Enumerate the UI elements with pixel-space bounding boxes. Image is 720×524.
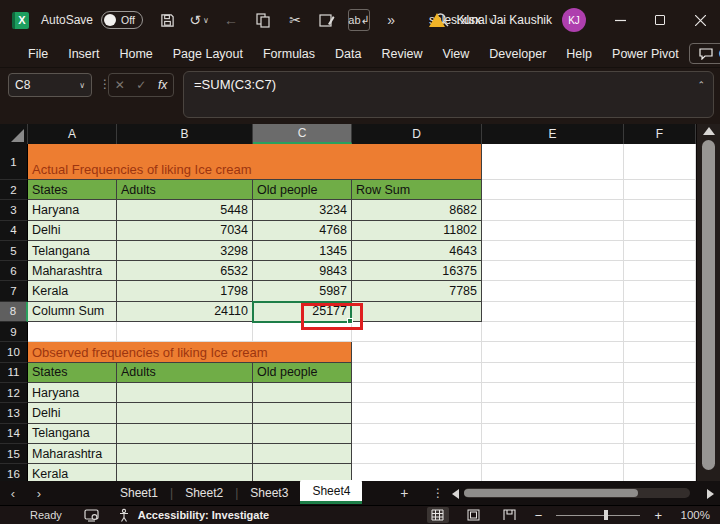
copy-icon[interactable] [252, 9, 274, 31]
column-header-D[interactable]: D [352, 124, 482, 144]
more-commands-icon[interactable]: » [380, 9, 402, 31]
formula-input[interactable]: =SUM(C3:C7) ⌃ [183, 71, 714, 118]
sheet-tab-sheet3[interactable]: Sheet3 [238, 483, 300, 503]
save-icon[interactable] [156, 9, 178, 31]
row-header-16[interactable]: 16 [0, 464, 28, 481]
cell-C9[interactable] [253, 322, 352, 342]
cell-C5[interactable]: 1345 [253, 241, 352, 261]
cell-B6[interactable]: 6532 [117, 261, 253, 281]
ribbon-tab-developer[interactable]: Developer [479, 43, 556, 65]
ribbon-tab-insert[interactable]: Insert [58, 43, 109, 65]
cell-F6[interactable] [624, 261, 696, 281]
cell-D14[interactable] [352, 424, 482, 444]
comments-button[interactable]: Comments [689, 43, 720, 64]
sheet-nav-left-icon[interactable]: ‹ [0, 486, 26, 501]
column-header-B[interactable]: B [117, 124, 253, 144]
cell-D7[interactable]: 7785 [352, 281, 482, 301]
row-header-15[interactable]: 15 [0, 444, 28, 464]
scroll-up-arrow-icon[interactable] [703, 127, 715, 135]
cell-B15[interactable] [117, 444, 253, 464]
row-header-13[interactable]: 13 [0, 403, 28, 423]
cell-D11[interactable] [352, 363, 482, 383]
sheet-tab-sheet2[interactable]: Sheet2 [173, 483, 235, 503]
cell-F8[interactable] [624, 302, 696, 322]
insert-function-icon[interactable]: fx [158, 78, 167, 92]
cell-B3[interactable]: 5448 [117, 200, 253, 220]
zoom-slider[interactable] [556, 510, 640, 520]
cell-B4[interactable]: 7034 [117, 221, 253, 241]
cell-E14[interactable] [482, 424, 624, 444]
name-box[interactable]: C8 ∨ [8, 73, 92, 97]
cell-D9[interactable] [352, 322, 482, 342]
ribbon-tab-view[interactable]: View [432, 43, 479, 65]
page-layout-view-button[interactable] [463, 507, 485, 523]
cell-C11[interactable]: Old people [253, 363, 352, 383]
cell-A7[interactable]: Kerala [28, 281, 117, 301]
row-header-7[interactable]: 7 [0, 281, 28, 301]
ribbon-tab-review[interactable]: Review [371, 43, 432, 65]
cell-C7[interactable]: 5987 [253, 281, 352, 301]
cell-B16[interactable] [117, 464, 253, 481]
cell-C6[interactable]: 9843 [253, 261, 352, 281]
zoom-out-button[interactable]: − [535, 508, 543, 523]
cell-A13[interactable]: Delhi [28, 403, 117, 423]
alert-icon[interactable] [429, 13, 445, 27]
column-header-C[interactable]: C [253, 124, 352, 144]
ribbon-tab-data[interactable]: Data [325, 43, 371, 65]
cell-D12[interactable] [352, 383, 482, 403]
row-header-8[interactable]: 8 [0, 302, 28, 322]
ribbon-tab-file[interactable]: File [18, 43, 58, 65]
row-header-5[interactable]: 5 [0, 241, 28, 261]
cell-A2[interactable]: States [28, 180, 117, 200]
ribbon-tab-formulas[interactable]: Formulas [253, 43, 325, 65]
autosave-toggle[interactable]: Off [101, 11, 143, 29]
cell-F16[interactable] [624, 464, 696, 481]
normal-view-button[interactable] [427, 507, 449, 523]
cell-F9[interactable] [624, 322, 696, 342]
cell-E8[interactable] [482, 302, 624, 322]
cell-E15[interactable] [482, 444, 624, 464]
cell-C14[interactable] [253, 424, 352, 444]
cell-F2[interactable] [624, 180, 696, 200]
cell-E2[interactable] [482, 180, 624, 200]
cell-E12[interactable] [482, 383, 624, 403]
user-avatar[interactable]: KJ [562, 8, 586, 32]
page-break-view-button[interactable] [499, 507, 521, 523]
cell-F4[interactable] [624, 221, 696, 241]
cell-D6[interactable]: 16375 [352, 261, 482, 281]
cell-D15[interactable] [352, 444, 482, 464]
redo-icon[interactable]: ← [220, 9, 242, 31]
cell-C13[interactable] [253, 403, 352, 423]
cell-B7[interactable]: 1798 [117, 281, 253, 301]
cell-E6[interactable] [482, 261, 624, 281]
cell-E13[interactable] [482, 403, 624, 423]
cell-A14[interactable]: Telangana [28, 424, 117, 444]
cell-E4[interactable] [482, 221, 624, 241]
cell-E16[interactable] [482, 464, 624, 481]
column-header-A[interactable]: A [28, 124, 117, 144]
cell-A6[interactable]: Maharashtra [28, 261, 117, 281]
cell-F15[interactable] [624, 444, 696, 464]
undo-icon[interactable]: ↺∨ [188, 9, 210, 31]
enter-icon[interactable]: ✓ [136, 78, 146, 92]
cell-F1[interactable] [624, 144, 696, 180]
cell-E5[interactable] [482, 241, 624, 261]
cell-C2[interactable]: Old people [253, 180, 352, 200]
cell-D3[interactable]: 8682 [352, 200, 482, 220]
row-header-14[interactable]: 14 [0, 424, 28, 444]
select-all-corner[interactable] [0, 124, 28, 144]
zoom-slider-thumb[interactable] [604, 510, 608, 520]
cell-B9[interactable] [117, 322, 253, 342]
cell-D2[interactable]: Row Sum [352, 180, 482, 200]
cell-D5[interactable]: 4643 [352, 241, 482, 261]
formula-bar-collapse-chevron-icon[interactable]: ⌃ [697, 80, 705, 90]
cell-D8[interactable] [352, 302, 482, 322]
cell-A10[interactable]: Observed frequencies of liking Ice cream [28, 342, 352, 362]
row-header-3[interactable]: 3 [0, 200, 28, 220]
cell-D16[interactable] [352, 464, 482, 481]
sheet-tab-sheet1[interactable]: Sheet1 [108, 483, 170, 503]
close-button[interactable] [680, 0, 720, 40]
cell-B12[interactable] [117, 383, 253, 403]
cell-A5[interactable]: Telangana [28, 241, 117, 261]
sheet-nav-right-icon[interactable]: › [26, 486, 52, 501]
